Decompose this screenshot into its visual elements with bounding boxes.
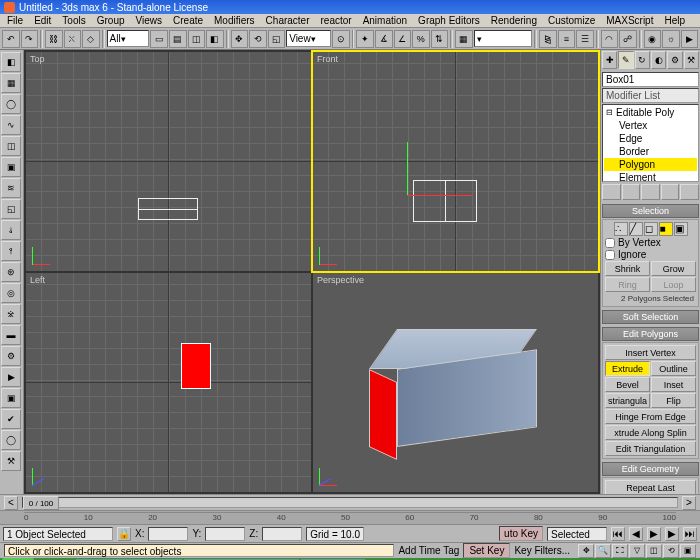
menu-customize[interactable]: Customize xyxy=(543,14,600,27)
cmdtab-2[interactable]: ↻ xyxy=(635,51,650,69)
loop-button[interactable]: Loop xyxy=(651,277,696,292)
menu-create[interactable]: Create xyxy=(168,14,208,27)
grow-button[interactable]: Grow xyxy=(651,261,696,276)
cmdtab-4[interactable]: ⚙ xyxy=(667,51,682,69)
object-wire-front[interactable] xyxy=(413,180,477,222)
menu-rendering[interactable]: Rendering xyxy=(486,14,542,27)
trackbar[interactable]: 0102030405060708090100 xyxy=(0,510,700,524)
percent-snap-button[interactable]: % xyxy=(412,30,430,48)
move-button[interactable]: ✥ xyxy=(231,30,249,48)
setkey-button[interactable]: Set Key xyxy=(463,543,510,558)
reactor-plane-button[interactable]: ◱ xyxy=(1,199,21,219)
reactor-soft-button[interactable]: ◯ xyxy=(1,94,21,114)
named-sel-button[interactable]: ▦ xyxy=(455,30,473,48)
material-button[interactable]: ◉ xyxy=(644,30,662,48)
box-object[interactable] xyxy=(369,329,539,459)
extrude-button[interactable]: Extrude xyxy=(605,361,650,376)
select-region-button[interactable]: ◫ xyxy=(188,30,206,48)
viewport-left[interactable]: Left xyxy=(26,273,311,492)
time-next-button[interactable]: > xyxy=(682,496,696,510)
spinner-snap-button[interactable]: ⇅ xyxy=(431,30,449,48)
reactor-frac-button[interactable]: ※ xyxy=(1,304,21,324)
ignore-checkbox[interactable]: Ignore xyxy=(605,249,696,260)
selset-dropdown[interactable]: Selected xyxy=(547,527,607,541)
viewport-perspective[interactable]: Perspective xyxy=(313,273,598,492)
link-button[interactable]: ⛓ xyxy=(45,30,63,48)
reactor-rope-button[interactable]: ∿ xyxy=(1,115,21,135)
schematic-button[interactable]: ☍ xyxy=(619,30,637,48)
menu-modifiers[interactable]: Modifiers xyxy=(209,14,260,27)
stack-polygon[interactable]: Polygon xyxy=(604,158,697,171)
triangulate-button[interactable]: striangula xyxy=(605,393,650,408)
play-start-button[interactable]: ⏮ xyxy=(611,527,625,541)
reactor-spring-button[interactable]: ⫰ xyxy=(1,220,21,240)
menu-graph editors[interactable]: Graph Editors xyxy=(413,14,485,27)
y-field[interactable] xyxy=(205,527,245,541)
unlink-button[interactable]: ⛌ xyxy=(64,30,82,48)
named-sel-dropdown[interactable]: ▾ xyxy=(474,30,532,47)
viewport-front[interactable]: Front xyxy=(313,52,598,271)
time-prev-button[interactable]: < xyxy=(4,496,18,510)
object-name-field[interactable]: Box01 xyxy=(602,72,699,87)
editpoly-rollout-header[interactable]: Edit Polygons xyxy=(602,327,699,341)
mirror-button[interactable]: ⧎ xyxy=(539,30,557,48)
pan-button[interactable]: ✥ xyxy=(578,544,594,558)
x-field[interactable] xyxy=(148,527,188,541)
border-mode-icon[interactable]: ◻ xyxy=(644,222,658,236)
hinge-button[interactable]: Hinge From Edge xyxy=(605,409,696,424)
pivot-button[interactable]: ⊙ xyxy=(332,30,350,48)
reactor-prev-button[interactable]: ▶ xyxy=(1,367,21,387)
selected-polygon-left[interactable] xyxy=(181,343,211,389)
play-end-button[interactable]: ⏭ xyxy=(683,527,697,541)
angle-snap-button[interactable]: ∠ xyxy=(394,30,412,48)
key-filters[interactable]: Key Filters... xyxy=(510,545,574,556)
zoom-all-button[interactable]: ⛶ xyxy=(612,544,628,558)
soft-rollout-header[interactable]: Soft Selection xyxy=(602,310,699,324)
menu-maxscript[interactable]: MAXScript xyxy=(601,14,658,27)
menu-edit[interactable]: Edit xyxy=(29,14,56,27)
menu-character[interactable]: Character xyxy=(261,14,315,27)
reactor-analyze-button[interactable]: ✔ xyxy=(1,409,21,429)
select-button[interactable]: ▭ xyxy=(150,30,168,48)
menu-animation[interactable]: Animation xyxy=(358,14,412,27)
time-knob[interactable]: 0 / 100 xyxy=(23,496,59,510)
play-prev-button[interactable]: ◀ xyxy=(629,527,643,541)
maximize-button[interactable]: ▣ xyxy=(680,544,696,558)
editgeo-rollout-header[interactable]: Edit Geometry xyxy=(602,462,699,476)
menu-help[interactable]: Help xyxy=(659,14,690,27)
extrude-along-button[interactable]: xtrude Along Splin xyxy=(605,425,696,440)
undo-button[interactable]: ↶ xyxy=(2,30,20,48)
reactor-rigid-button[interactable]: ◧ xyxy=(1,52,21,72)
selection-filter[interactable]: All ▾ xyxy=(107,30,150,47)
bevel-button[interactable]: Bevel xyxy=(605,377,650,392)
selection-rollout-header[interactable]: Selection xyxy=(602,204,699,218)
repeat-last-button[interactable]: Repeat Last xyxy=(605,480,696,494)
reactor-motor-button[interactable]: ⊛ xyxy=(1,262,21,282)
cmdtab-3[interactable]: ◐ xyxy=(651,51,666,69)
element-mode-icon[interactable]: ▣ xyxy=(674,222,688,236)
scale-button[interactable]: ◱ xyxy=(268,30,286,48)
autokey-button[interactable]: uto Key xyxy=(499,526,543,541)
layers-button[interactable]: ☰ xyxy=(576,30,594,48)
manip-button[interactable]: ✦ xyxy=(356,30,374,48)
remove-mod-button[interactable] xyxy=(661,184,680,200)
reactor-water-button[interactable]: ▬ xyxy=(1,325,21,345)
object-wire-top[interactable] xyxy=(138,198,198,220)
rotate-button[interactable]: ⟲ xyxy=(249,30,267,48)
stack-editable-poly[interactable]: Editable Poly xyxy=(604,106,697,119)
cmdtab-0[interactable]: ✚ xyxy=(602,51,617,69)
reactor-anim-button[interactable]: ▣ xyxy=(1,388,21,408)
outline-button[interactable]: Outline xyxy=(651,361,696,376)
menu-group[interactable]: Group xyxy=(92,14,130,27)
render-scene-button[interactable]: ☼ xyxy=(662,30,680,48)
reactor-mesh-button[interactable]: ◫ xyxy=(1,136,21,156)
viewport-top[interactable]: Top xyxy=(26,52,311,271)
reactor-cloth-button[interactable]: ▦ xyxy=(1,73,21,93)
curve-editor-button[interactable]: ◠ xyxy=(601,30,619,48)
transform-gizmo[interactable] xyxy=(407,142,408,196)
menu-tools[interactable]: Tools xyxy=(57,14,90,27)
time-slider[interactable]: 0 / 100 xyxy=(22,497,678,508)
config-button[interactable] xyxy=(680,184,699,200)
menu-views[interactable]: Views xyxy=(131,14,168,27)
by-vertex-checkbox[interactable]: By Vertex xyxy=(605,237,696,248)
